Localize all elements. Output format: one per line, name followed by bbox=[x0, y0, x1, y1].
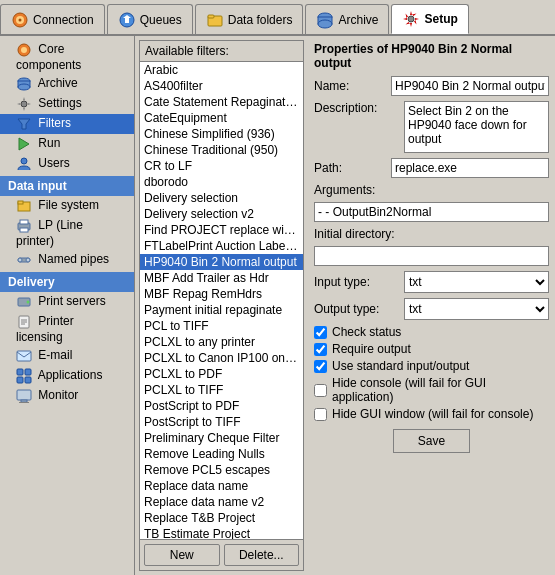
svg-rect-37 bbox=[19, 402, 29, 403]
tab-queues-label: Queues bbox=[140, 13, 182, 27]
list-item[interactable]: MBF Add Trailer as Hdr bbox=[140, 270, 303, 286]
svg-marker-17 bbox=[19, 138, 29, 150]
list-item[interactable]: Preliminary Cheque Filter bbox=[140, 430, 303, 446]
path-input[interactable] bbox=[391, 158, 549, 178]
description-row: Description: bbox=[314, 101, 549, 153]
lp-printer-icon bbox=[16, 218, 32, 234]
checkbox-row-use-standard-io: Use standard input/output bbox=[314, 359, 549, 373]
name-row: Name: bbox=[314, 76, 549, 96]
new-filter-button[interactable]: New bbox=[144, 544, 220, 566]
list-item[interactable]: MBF Repag RemHdrs bbox=[140, 286, 303, 302]
require-output-checkbox[interactable] bbox=[314, 343, 327, 356]
require-output-label: Require output bbox=[332, 342, 411, 356]
svg-point-9 bbox=[408, 16, 414, 22]
list-item[interactable]: Replace T&B Project bbox=[140, 510, 303, 526]
list-item[interactable]: Chinese Traditional (950) bbox=[140, 142, 303, 158]
sidebar-users-label: Users bbox=[38, 156, 69, 170]
sidebar-item-users[interactable]: Users bbox=[0, 154, 134, 174]
sidebar-item-file-system[interactable]: File system bbox=[0, 196, 134, 216]
check-status-checkbox[interactable] bbox=[314, 326, 327, 339]
arguments-row: Arguments: bbox=[314, 183, 549, 197]
tab-archive[interactable]: Archive bbox=[305, 4, 389, 34]
tab-connection[interactable]: Connection bbox=[0, 4, 105, 34]
arguments-label: Arguments: bbox=[314, 183, 404, 197]
list-item[interactable]: PCLXL to any printer bbox=[140, 334, 303, 350]
svg-point-8 bbox=[318, 20, 332, 28]
list-item[interactable]: HP9040 Bin 2 Normal output bbox=[140, 254, 303, 270]
delete-filter-button[interactable]: Delete... bbox=[224, 544, 300, 566]
list-item[interactable]: CateEquipment bbox=[140, 110, 303, 126]
sidebar-run-label: Run bbox=[38, 136, 60, 150]
list-item[interactable]: Arabic bbox=[140, 62, 303, 78]
sidebar-item-filters[interactable]: Filters bbox=[0, 114, 134, 134]
main-content: Core components Archive Settings Filters bbox=[0, 36, 555, 575]
sidebar-item-printer-licensing[interactable]: Printer licensing bbox=[0, 312, 134, 346]
svg-point-2 bbox=[19, 18, 22, 21]
list-item[interactable]: PostScript to PDF bbox=[140, 398, 303, 414]
svg-rect-33 bbox=[17, 377, 23, 383]
sidebar-item-run[interactable]: Run bbox=[0, 134, 134, 154]
sidebar-item-print-servers[interactable]: Print servers bbox=[0, 292, 134, 312]
list-item[interactable]: CR to LF bbox=[140, 158, 303, 174]
checkbox-row-hide-console: Hide console (will fail for GUI applicat… bbox=[314, 376, 549, 404]
svg-point-14 bbox=[18, 84, 30, 90]
list-item[interactable]: Chinese Simplified (936) bbox=[140, 126, 303, 142]
list-item[interactable]: FTLabelPrint Auction Label to Po bbox=[140, 238, 303, 254]
path-label: Path: bbox=[314, 161, 391, 175]
list-item[interactable]: Replace data name bbox=[140, 478, 303, 494]
sidebar-item-monitor[interactable]: Monitor bbox=[0, 386, 134, 406]
list-item[interactable]: AS400filter bbox=[140, 78, 303, 94]
list-item[interactable]: TB Estimate Project bbox=[140, 526, 303, 539]
hide-gui-checkbox[interactable] bbox=[314, 408, 327, 421]
list-item[interactable]: dborodo bbox=[140, 174, 303, 190]
list-item[interactable]: PCLXL to Canon IP100 on Plato bbox=[140, 350, 303, 366]
run-side-icon bbox=[16, 136, 32, 152]
hide-console-checkbox[interactable] bbox=[314, 384, 327, 397]
sidebar-file-system-label: File system bbox=[38, 198, 99, 212]
list-item[interactable]: Delivery selection bbox=[140, 190, 303, 206]
description-textarea[interactable] bbox=[404, 101, 549, 153]
svg-point-28 bbox=[27, 301, 30, 304]
arguments-input[interactable] bbox=[314, 202, 549, 222]
name-input[interactable] bbox=[391, 76, 549, 96]
list-item[interactable]: Cate Statement Repaginate as F bbox=[140, 94, 303, 110]
checkbox-row-hide-gui: Hide GUI window (will fail for console) bbox=[314, 407, 549, 421]
datafolders-icon bbox=[206, 11, 224, 29]
list-item[interactable]: Remove PCL5 escapes bbox=[140, 462, 303, 478]
list-item[interactable]: Find PROJECT replace with Std S bbox=[140, 222, 303, 238]
use-standard-io-checkbox[interactable] bbox=[314, 360, 327, 373]
list-item[interactable]: PCLXL to TIFF bbox=[140, 382, 303, 398]
initial-directory-input[interactable] bbox=[314, 246, 549, 266]
list-item[interactable]: Replace data name v2 bbox=[140, 494, 303, 510]
check-status-label: Check status bbox=[332, 325, 401, 339]
input-type-row: Input type: txt bbox=[314, 271, 549, 293]
checkbox-row-require-output: Require output bbox=[314, 342, 549, 356]
print-servers-icon bbox=[16, 294, 32, 310]
list-item[interactable]: PostScript to TIFF bbox=[140, 414, 303, 430]
archive-icon bbox=[316, 11, 334, 29]
setup-icon bbox=[402, 10, 420, 28]
tab-setup[interactable]: Setup bbox=[391, 4, 468, 34]
sidebar-item-settings[interactable]: Settings bbox=[0, 94, 134, 114]
save-button[interactable]: Save bbox=[393, 429, 470, 453]
sidebar-item-named-pipes[interactable]: Named pipes bbox=[0, 250, 134, 270]
list-item[interactable]: PCL to TIFF bbox=[140, 318, 303, 334]
sidebar-item-lp-printer[interactable]: LP (Line printer) bbox=[0, 216, 134, 250]
sidebar-item-archive[interactable]: Archive bbox=[0, 74, 134, 94]
list-item[interactable]: Payment initial repaginate bbox=[140, 302, 303, 318]
tab-setup-label: Setup bbox=[424, 12, 457, 26]
initial-directory-label: Initial directory: bbox=[314, 227, 404, 241]
tab-archive-label: Archive bbox=[338, 13, 378, 27]
sidebar-item-applications[interactable]: Applications bbox=[0, 366, 134, 386]
tab-datafolders[interactable]: Data folders bbox=[195, 4, 304, 34]
output-type-select[interactable]: txt bbox=[404, 298, 549, 320]
sidebar-item-core-components[interactable]: Core components bbox=[0, 40, 134, 74]
sidebar-item-email[interactable]: E-mail bbox=[0, 346, 134, 366]
list-item[interactable]: PCLXL to PDF bbox=[140, 366, 303, 382]
svg-rect-30 bbox=[17, 351, 31, 361]
tab-queues[interactable]: Queues bbox=[107, 4, 193, 34]
filters-list-container[interactable]: ArabicAS400filterCate Statement Repagina… bbox=[140, 62, 303, 539]
list-item[interactable]: Delivery selection v2 bbox=[140, 206, 303, 222]
list-item[interactable]: Remove Leading Nulls bbox=[140, 446, 303, 462]
input-type-select[interactable]: txt bbox=[404, 271, 549, 293]
